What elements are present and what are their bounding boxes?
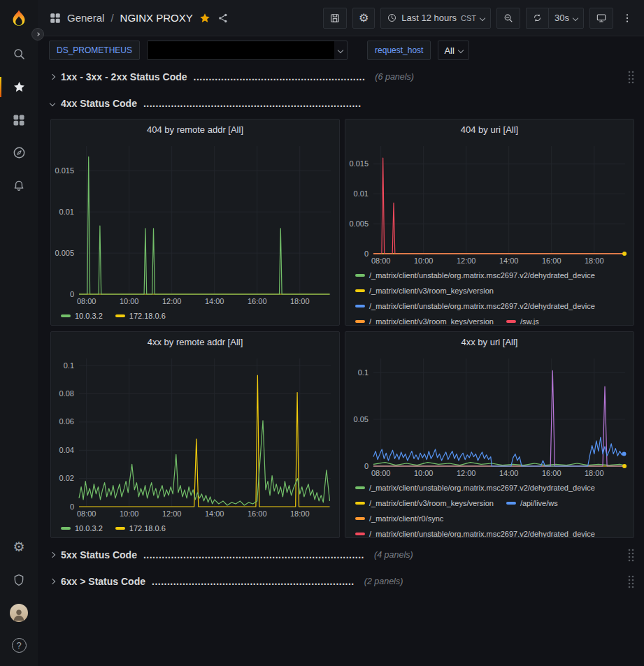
sidebar-item-configuration[interactable]: ⚙ [0,530,38,563]
kebab-menu-button[interactable] [619,8,636,29]
request-host-variable-label[interactable]: request_host [367,41,431,60]
breadcrumb-section[interactable]: General [67,12,104,24]
sidebar-item-search[interactable] [0,38,38,71]
legend-item[interactable]: 172.18.0.6 [115,311,166,321]
refresh-interval-dropdown[interactable]: 30s [548,8,584,29]
legend-item[interactable]: /_matrix/client/unstable/org.matrix.msc2… [355,529,595,537]
y-axis-tick-label: 0.1 [358,368,368,377]
x-axis-tick-label: 10:00 [414,256,434,265]
zoom-out-icon [503,13,514,24]
timeseries-chart[interactable]: 00.020.040.060.080.108:0010:0012:0014:00… [51,352,339,521]
save-dashboard-button[interactable] [323,8,347,29]
panel-grid: 404 by remote addr [All] 00.0050.010.015… [50,119,634,538]
avatar [10,604,28,622]
panel-title[interactable]: 4xx by remote addr [All] [51,332,339,352]
row-1xx-3xx-2xx[interactable]: 1xx - 3xx - 2xx Status Code ............… [50,67,634,87]
panel-4xx-by-remote-addr: 4xx by remote addr [All] 00.020.040.060.… [50,331,340,538]
legend-swatch [355,502,365,505]
refresh-button-group: 30s [526,8,584,29]
legend-item[interactable]: 10.0.3.2 [61,311,103,321]
row-5xx[interactable]: 5xx Status Code ........................… [50,545,634,565]
y-axis-tick-label: 0 [70,502,74,511]
row-title: 6xx > Status Code [61,576,145,587]
panel-title[interactable]: 404 by remote addr [All] [51,120,339,139]
legend-label: /_matrix/client/unstable/org.matrix.msc2… [369,484,595,492]
x-axis-tick-label: 08:00 [371,469,391,477]
refresh-button[interactable] [526,8,548,29]
legend-item[interactable]: /_matrix/client/v3/room_keys/version [355,317,494,325]
chart-canvas[interactable]: 00.0050.010.01508:0010:0012:0014:0016:00… [345,139,634,268]
x-axis-tick-label: 08:00 [77,509,96,518]
timezone-label: CST [461,14,476,22]
row-drag-handle[interactable] [627,70,634,84]
sidebar-item-dashboards[interactable] [0,103,38,136]
legend-item[interactable]: /api/live/ws [506,498,558,508]
series-line [373,370,624,466]
panel-legend: 10.0.3.2172.18.0.6 [51,521,339,537]
sidebar-item-help[interactable]: ? [0,629,38,662]
legend-label: 10.0.3.2 [75,524,103,533]
legend-item[interactable]: 10.0.3.2 [61,523,103,533]
request-host-variable-value[interactable]: All [438,41,468,60]
datasource-variable-value[interactable] [147,41,348,60]
row-drag-handle[interactable] [627,548,634,562]
sidebar-item-starred[interactable] [0,71,38,103]
request-host-selected: All [444,45,454,56]
share-icon[interactable] [217,12,229,24]
datasource-variable-label[interactable]: DS_PROMETHEUS [49,41,140,60]
dashboard-content: 1xx - 3xx - 2xx Status Code ............… [38,63,644,666]
page-title[interactable]: NGINX PROXY [120,12,193,24]
sidebar-item-server-admin[interactable] [0,563,38,596]
zoom-out-button[interactable] [496,8,520,29]
legend-item[interactable]: /_matrix/client/v3/room_keys/version [355,286,494,296]
x-axis-tick-label: 10:00 [120,297,139,305]
panel-title[interactable]: 404 by uri [All] [345,120,634,139]
dashboards-grid-icon [12,113,26,127]
timeseries-chart[interactable]: 00.0050.010.01508:0010:0012:0014:0016:00… [51,139,339,308]
x-axis-tick-label: 14:00 [205,297,224,305]
chevron-right-icon [50,579,55,584]
favorite-star-icon[interactable] [199,12,211,24]
legend-item[interactable]: /_matrix/client/v3/room_keys/version [355,498,494,508]
timeseries-chart[interactable]: 00.050.108:0010:0012:0014:0016:0018:00 [345,352,634,480]
timeseries-chart[interactable]: 00.0050.010.01508:0010:0012:0014:0016:00… [345,139,634,268]
clock-icon [387,13,397,23]
legend-item[interactable]: /sw.js [506,317,539,325]
legend-item[interactable]: /_matrix/client/unstable/org.matrix.msc2… [355,483,595,493]
chart-canvas[interactable]: 00.020.040.060.080.108:0010:0012:0014:00… [51,352,339,521]
legend-item[interactable]: /_matrix/client/unstable/org.matrix.msc2… [355,270,595,280]
row-4xx[interactable]: 4xx Status Code ........................… [50,94,634,113]
legend-item[interactable]: 172.18.0.6 [115,523,166,533]
panel-title[interactable]: 4xx by uri [All] [345,332,634,352]
sidebar-item-explore[interactable] [0,136,38,169]
series-end-dot [622,464,627,468]
legend-label: 172.18.0.6 [129,524,166,533]
legend-item[interactable]: /_matrix/client/unstable/org.matrix.msc2… [355,301,595,311]
sidebar-item-alerting[interactable] [0,169,38,202]
chart-canvas[interactable]: 00.0050.010.01508:0010:0012:0014:0016:00… [51,139,339,308]
legend-label: /_matrix/client/v3/room_keys/version [369,287,494,295]
row-panel-count: (2 panels) [364,577,403,586]
dashboard-settings-button[interactable]: ⚙ [352,8,375,29]
chart-canvas[interactable]: 00.050.108:0010:0012:0014:0016:0018:00 [345,352,634,480]
time-range-label: Last 12 hours [401,13,457,23]
grafana-app: ⚙ ? General / [0,0,644,666]
y-axis-tick-label: 0.005 [349,219,368,228]
time-range-picker[interactable]: Last 12 hours CST [380,8,491,29]
dashboard-toolbar: General / NGINX PROXY [38,0,644,36]
tv-mode-button[interactable] [589,8,613,29]
row-6xx[interactable]: 6xx > Status Code ......................… [50,572,634,591]
breadcrumb: General / NGINX PROXY [67,12,193,24]
chevron-right-icon [50,552,55,558]
row-drag-handle[interactable] [627,574,634,588]
row-title: 4xx Status Code [61,98,137,109]
sidebar-item-profile[interactable] [0,596,38,629]
x-axis-tick-label: 12:00 [162,297,182,305]
x-axis-tick-label: 12:00 [457,256,476,265]
legend-item[interactable]: /_matrix/client/r0/sync [355,514,443,523]
y-axis-tick-label: 0 [364,462,368,470]
compass-icon [12,145,27,160]
grafana-logo[interactable] [8,8,30,31]
drag-handle-icon [627,574,634,588]
x-axis-tick-label: 10:00 [414,469,434,477]
